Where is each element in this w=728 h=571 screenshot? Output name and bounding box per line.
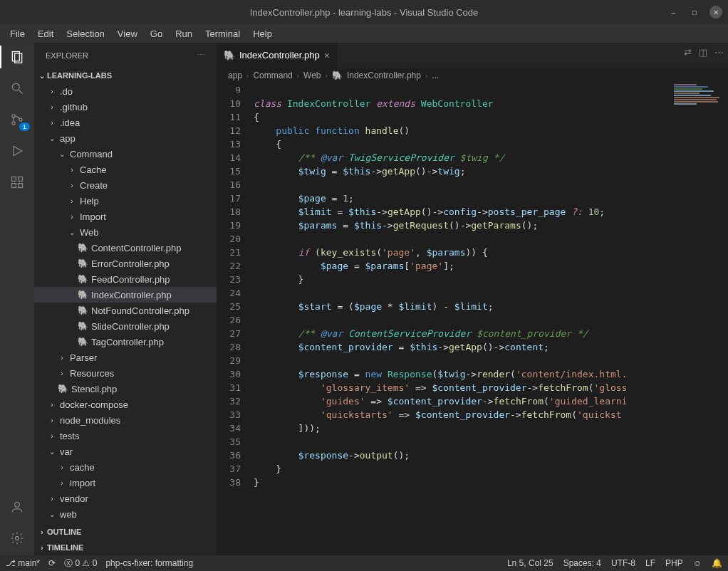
menu-edit[interactable]: Edit bbox=[32, 27, 59, 41]
code-line[interactable]: { bbox=[254, 137, 728, 151]
code-line[interactable]: ])); bbox=[254, 421, 728, 435]
code-line[interactable] bbox=[254, 286, 728, 300]
code-line[interactable]: class IndexController extends WebControl… bbox=[254, 97, 728, 110]
folder-command[interactable]: ⌄Command bbox=[34, 146, 217, 162]
eol[interactable]: LF bbox=[645, 558, 655, 568]
folder-import[interactable]: ›Import bbox=[34, 209, 217, 224]
folder-create[interactable]: ›Create bbox=[34, 177, 217, 193]
breadcrumbs[interactable]: app›Command›Web›🐘 IndexController.php›..… bbox=[217, 68, 728, 83]
code-line[interactable]: 'glossary_items' => $content_provider->f… bbox=[254, 381, 728, 394]
file-notfoundcontroller-php[interactable]: 🐘NotFoundController.php bbox=[34, 303, 217, 318]
file-stencil-php[interactable]: 🐘Stencil.php bbox=[34, 381, 217, 397]
minimap[interactable] bbox=[671, 83, 728, 226]
code-line[interactable] bbox=[254, 178, 728, 192]
timeline-header[interactable]: › TIMELINE bbox=[34, 540, 217, 555]
code-line[interactable]: $response->output(); bbox=[254, 449, 728, 462]
folder-cache[interactable]: ›Cache bbox=[34, 162, 217, 177]
accounts-icon[interactable] bbox=[9, 498, 26, 515]
code-line[interactable]: } bbox=[254, 273, 728, 286]
close-icon[interactable]: × bbox=[324, 50, 330, 61]
folder-help[interactable]: ›Help bbox=[34, 193, 217, 209]
code-line[interactable]: $response = new Response($twig->render('… bbox=[254, 367, 728, 381]
folder-parser[interactable]: ›Parser bbox=[34, 350, 217, 365]
code-line[interactable]: if (key_exists('page', $params)) { bbox=[254, 246, 728, 259]
split-icon[interactable]: ◫ bbox=[699, 47, 707, 58]
code-line[interactable]: $twig = $this->getApp()->twig; bbox=[254, 164, 728, 178]
folder-vendor[interactable]: ›vendor bbox=[34, 491, 217, 506]
folder-docker-compose[interactable]: ›docker-compose bbox=[34, 397, 217, 412]
file-indexcontroller-php[interactable]: 🐘IndexController.php bbox=[34, 287, 217, 303]
compare-icon[interactable]: ⇄ bbox=[684, 47, 692, 58]
explorer-icon[interactable] bbox=[9, 48, 26, 66]
menu-run[interactable]: Run bbox=[170, 27, 198, 41]
feedback-icon[interactable]: ☺ bbox=[693, 558, 702, 568]
folder-node-modules[interactable]: ›node_modules bbox=[34, 412, 217, 428]
code-line[interactable] bbox=[254, 435, 728, 449]
notifications-icon[interactable]: 🔔 bbox=[712, 558, 722, 568]
code-line[interactable] bbox=[254, 83, 728, 97]
menu-help[interactable]: Help bbox=[247, 27, 278, 41]
menu-go[interactable]: Go bbox=[145, 27, 168, 41]
code-line[interactable]: $params = $this->getRequest()->getParams… bbox=[254, 219, 728, 232]
folder-import[interactable]: ›import bbox=[34, 475, 217, 491]
breadcrumb-item[interactable]: ... bbox=[432, 70, 439, 80]
source-control-icon[interactable]: 1 bbox=[9, 111, 26, 128]
file-feedcontroller-php[interactable]: 🐘FeedController.php bbox=[34, 271, 217, 287]
problems[interactable]: ⓧ 0 ⚠ 0 bbox=[64, 557, 97, 570]
menu-terminal[interactable]: Terminal bbox=[199, 27, 246, 41]
code-line[interactable]: 'guides' => $content_provider->fetchFrom… bbox=[254, 394, 728, 408]
code-line[interactable]: /** @var ContentServiceProvider $content… bbox=[254, 327, 728, 340]
folder-web[interactable]: ⌄Web bbox=[34, 224, 217, 240]
breadcrumb-item[interactable]: IndexController.php bbox=[347, 70, 421, 80]
code-line[interactable]: } bbox=[254, 476, 728, 489]
encoding[interactable]: UTF-8 bbox=[611, 558, 635, 568]
more-icon[interactable]: ⋯ bbox=[714, 47, 724, 58]
settings-icon[interactable] bbox=[9, 530, 26, 547]
sync-icon[interactable]: ⟳ bbox=[48, 558, 56, 568]
code-line[interactable]: 'quickstarts' => $content_provider->fetc… bbox=[254, 408, 728, 421]
code-line[interactable]: $page = $params['page']; bbox=[254, 259, 728, 273]
folder-var[interactable]: ⌄var bbox=[34, 444, 217, 459]
folder--idea[interactable]: ›.idea bbox=[34, 115, 217, 130]
folder--github[interactable]: ›.github bbox=[34, 99, 217, 115]
cursor-position[interactable]: Ln 5, Col 25 bbox=[507, 558, 553, 568]
code-line[interactable]: $start = ($page * $limit) - $limit; bbox=[254, 300, 728, 313]
folder-app[interactable]: ⌄app bbox=[34, 130, 217, 146]
code-line[interactable] bbox=[254, 232, 728, 246]
git-branch[interactable]: ⎇ main* bbox=[6, 558, 40, 568]
folder-web[interactable]: ⌄web bbox=[34, 506, 217, 522]
tab-indexcontroller[interactable]: 🐘 IndexController.php × bbox=[217, 43, 338, 68]
code-content[interactable]: class IndexController extends WebControl… bbox=[254, 83, 728, 555]
outline-header[interactable]: › OUTLINE bbox=[34, 524, 217, 540]
code-line[interactable] bbox=[254, 354, 728, 367]
code-line[interactable] bbox=[254, 313, 728, 327]
code-line[interactable]: $content_provider = $this->getApp()->con… bbox=[254, 340, 728, 354]
code-line[interactable]: /** @var TwigServiceProvider $twig */ bbox=[254, 151, 728, 164]
code-line[interactable]: { bbox=[254, 110, 728, 124]
file-slidecontroller-php[interactable]: 🐘SlideController.php bbox=[34, 318, 217, 334]
code-line[interactable]: } bbox=[254, 462, 728, 476]
file-errorcontroller-php[interactable]: 🐘ErrorController.php bbox=[34, 256, 217, 271]
file-tagcontroller-php[interactable]: 🐘TagController.php bbox=[34, 334, 217, 350]
run-debug-icon[interactable] bbox=[9, 142, 26, 159]
indent[interactable]: Spaces: 4 bbox=[563, 558, 601, 568]
language[interactable]: PHP bbox=[665, 558, 683, 568]
file-contentcontroller-php[interactable]: 🐘ContentController.php bbox=[34, 240, 217, 256]
minimize-button[interactable]: – bbox=[667, 6, 680, 19]
code-line[interactable]: public function handle() bbox=[254, 124, 728, 137]
breadcrumb-item[interactable]: app bbox=[228, 70, 242, 80]
breadcrumb-item[interactable]: Command bbox=[253, 70, 292, 80]
close-button[interactable]: ✕ bbox=[709, 6, 722, 19]
breadcrumb-item[interactable]: Web bbox=[303, 70, 321, 80]
code-area[interactable]: 9101112131415161718192021222324252627282… bbox=[217, 83, 728, 555]
folder-tests[interactable]: ›tests bbox=[34, 428, 217, 444]
code-line[interactable]: $limit = $this->getApp()->config->posts_… bbox=[254, 205, 728, 219]
folder-cache[interactable]: ›cache bbox=[34, 459, 217, 475]
menu-file[interactable]: File bbox=[4, 27, 31, 41]
project-header[interactable]: ⌄ LEARNING-LABS bbox=[34, 68, 217, 83]
search-icon[interactable] bbox=[9, 80, 26, 97]
folder-resources[interactable]: ›Resources bbox=[34, 365, 217, 381]
folder--do[interactable]: ›.do bbox=[34, 83, 217, 99]
menu-view[interactable]: View bbox=[112, 27, 143, 41]
more-icon[interactable]: ⋯ bbox=[197, 51, 205, 60]
